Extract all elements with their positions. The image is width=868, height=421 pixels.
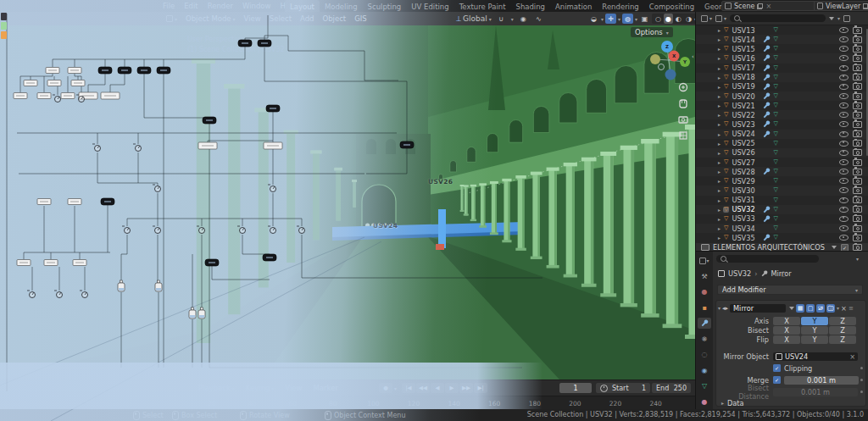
wireframe-shading-icon[interactable]: ○ [654, 14, 663, 24]
object-name[interactable]: USV33 [732, 214, 760, 223]
outliner-row-usv28[interactable]: ▸▽USV28▽ [696, 167, 868, 176]
hide-eye-icon[interactable] [839, 102, 849, 108]
object-name[interactable]: USV15 [732, 45, 760, 53]
outliner-row-usv33[interactable]: ▸▽USV33▽ [696, 214, 868, 224]
camera-visibility-icon[interactable] [853, 169, 862, 175]
workspace-tab-uv-editing[interactable]: UV Editing [406, 0, 453, 12]
frame-start-field[interactable]: Start 1 [596, 383, 650, 393]
camera-visibility-icon[interactable] [853, 159, 862, 166]
outliner-display-mode-icon[interactable]: ▾ [715, 15, 726, 22]
disclosure-icon[interactable]: ▸ [718, 46, 721, 52]
filter-icon[interactable] [829, 17, 834, 20]
outliner-row-usv31[interactable]: ▸▽USV31▽ [696, 196, 868, 205]
viewport-menu-gis[interactable]: GIS [354, 14, 367, 23]
outliner-row-usv13[interactable]: ▸▽USV13▽ [696, 25, 868, 35]
hide-eye-icon[interactable] [839, 55, 849, 61]
transport-next-key[interactable]: ▶▶ [459, 383, 473, 393]
camera-visibility-icon[interactable] [853, 74, 862, 80]
disclosure-icon[interactable]: ▸ [718, 121, 721, 127]
modifier-name-field[interactable]: Mirror [730, 304, 786, 313]
frame-end-field[interactable]: End 250 [652, 383, 691, 393]
workspace-tab-rendering[interactable]: Rendering [597, 0, 643, 12]
object-name[interactable]: USV17 [732, 64, 760, 72]
viewport-menu-select[interactable]: Select [270, 14, 292, 23]
camera-visibility-icon[interactable] [853, 149, 862, 156]
camera-visibility-icon[interactable] [853, 93, 862, 100]
disclosure-icon[interactable]: ▸ [718, 102, 721, 108]
workspace-tab-sculpting[interactable]: Sculpting [363, 0, 407, 12]
hide-eye-icon[interactable] [839, 169, 849, 174]
object-name[interactable]: USV31 [732, 196, 760, 204]
render-toggle-icon[interactable] [826, 304, 835, 313]
menu-render[interactable]: Render [208, 2, 233, 10]
menu-window[interactable]: Window [242, 2, 271, 10]
camera-visibility-icon[interactable] [853, 187, 862, 194]
solid-shading-icon[interactable]: ● [664, 14, 673, 24]
close-icon[interactable]: × [765, 3, 771, 10]
bisect-z-button[interactable]: Z [829, 326, 856, 335]
disclosure-icon[interactable]: ▸ [718, 141, 721, 147]
tab-tool[interactable]: ⚒ [698, 271, 711, 282]
hide-eye-icon[interactable] [839, 216, 849, 222]
outliner-row-usv24[interactable]: ▸▽USV24▽ [696, 130, 868, 139]
current-frame-field[interactable]: 1 [559, 383, 592, 393]
object-name[interactable]: USV25 [732, 139, 760, 147]
viewport-menu-object[interactable]: Object [322, 14, 346, 23]
realtime-toggle-icon[interactable]: 🖳 [816, 304, 825, 313]
flip-x-button[interactable]: X [773, 335, 800, 344]
camera-visibility-icon[interactable] [853, 206, 862, 213]
edit-mode-toggle-icon[interactable]: ▢ [806, 304, 815, 313]
disclosure-icon[interactable]: ▸ [718, 225, 721, 231]
flip-y-button[interactable]: Y [801, 335, 828, 344]
object-name[interactable]: USV30 [732, 186, 760, 195]
workspace-tab-layout[interactable]: Layout [285, 0, 320, 12]
outliner-editor-icon[interactable]: ▾ [701, 15, 712, 22]
camera-visibility-icon[interactable] [853, 235, 862, 241]
disclosure-icon[interactable]: ▸ [718, 27, 721, 33]
outliner-row-usv23[interactable]: ▸▽USV23▽ [696, 119, 868, 129]
disclosure-icon[interactable]: ▸ [718, 197, 721, 203]
tab-render[interactable]: ● [698, 286, 711, 297]
outliner-row-usv30[interactable]: ▸▽USV30▽ [696, 186, 868, 195]
animate-dot[interactable] [860, 379, 863, 381]
hide-eye-icon[interactable] [839, 159, 849, 165]
transport-jump-start[interactable]: |◀ [402, 383, 415, 393]
transport-prev-key[interactable]: ◀◀ [416, 383, 430, 393]
outliner-row-usv29[interactable]: ▸▽USV29▽ [696, 176, 868, 186]
hide-eye-icon[interactable] [839, 225, 849, 231]
hide-eye-icon[interactable] [839, 197, 849, 203]
material-shading-icon[interactable]: ◐ [674, 14, 683, 24]
tab-object[interactable]: ▪ [698, 302, 711, 313]
extras-dropdown-icon[interactable]: ▾ [837, 305, 839, 311]
merge-checkbox[interactable]: ✓ [773, 376, 781, 384]
outliner-row-usv21[interactable]: ▸▽USV21▽ [696, 101, 868, 110]
transport-jump-end[interactable]: ▶| [474, 383, 487, 393]
timeline-menu-playback[interactable]: Playback ▾ [198, 384, 235, 392]
disclosure-icon[interactable]: ▸ [718, 235, 721, 241]
flip-z-button[interactable]: Z [829, 335, 856, 344]
options-button[interactable]: Options▾ [631, 27, 673, 37]
hide-eye-icon[interactable] [839, 46, 849, 52]
camera-visibility-icon[interactable] [853, 46, 862, 53]
auto-keyframe-icon[interactable]: ● [379, 383, 392, 393]
data-subpanel[interactable]: ▸ Data [716, 398, 868, 407]
axis-z-button[interactable]: Z [829, 317, 856, 325]
new-viewlayer-icon[interactable] [863, 3, 868, 9]
workspace-tab-shading[interactable]: Shading [510, 0, 550, 12]
object-name[interactable]: USV35 [732, 234, 760, 242]
object-name[interactable]: USV28 [732, 168, 760, 176]
disclosure-icon[interactable]: ▸ [718, 150, 721, 156]
camera-visibility-icon[interactable] [853, 225, 862, 232]
tab-modifiers[interactable] [698, 318, 711, 329]
overlays-toggle-icon[interactable]: ◍ [622, 14, 633, 24]
new-scene-icon[interactable] [757, 3, 763, 9]
show-object-types-icon[interactable]: ◒ [588, 14, 599, 24]
disclosure-icon[interactable]: ▸ [718, 75, 721, 80]
properties-options-icon[interactable]: ▾ [856, 256, 859, 262]
axis-y-button[interactable]: Y [801, 317, 828, 325]
outliner-row-usv27[interactable]: ▸▽USV27▽ [696, 158, 868, 167]
properties-editor-icon[interactable]: ▾ [698, 255, 711, 266]
outliner-row-usv16[interactable]: ▸▽USV16▽ [696, 53, 868, 63]
tab-constraints[interactable]: ◉ [698, 365, 711, 376]
object-name[interactable]: USV20 [732, 92, 760, 101]
